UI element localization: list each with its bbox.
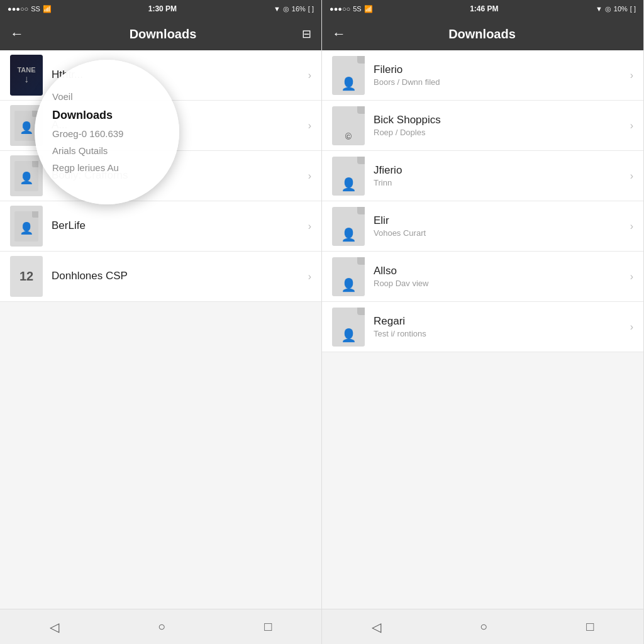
right-item-3-thumb: 👤: [332, 157, 365, 196]
left-wifi-icon: 📶: [43, 5, 52, 13]
right-item-4-person-icon: 👤: [341, 227, 357, 242]
right-recents-button[interactable]: □: [574, 614, 606, 639]
right-back-button[interactable]: ←: [332, 26, 346, 42]
right-list-item-2[interactable]: © Bick Shoppics Roep / Doples ›: [322, 101, 643, 151]
right-nav-title: Downloads: [448, 27, 516, 42]
right-item-3-text: Jfierio Trinn: [374, 164, 625, 187]
left-item-2-person-icon: 👤: [19, 121, 33, 135]
right-item-4-thumb: 👤: [332, 207, 365, 246]
right-item-3-person-icon: 👤: [341, 177, 357, 192]
left-tooltip-bubble: Voeil Downloads Groeg-0 160.639 Arials Q…: [35, 60, 179, 204]
left-location-icon: ◎: [283, 5, 289, 13]
right-status-right: ▼ ◎ 10% [ ]: [596, 5, 636, 13]
left-item-4-doc: 👤: [14, 211, 38, 242]
left-carrier: SS: [31, 5, 40, 13]
right-list-item-5[interactable]: 👤 Allso Roop Dav view ›: [322, 252, 643, 302]
left-item-4-chevron: ›: [308, 221, 311, 232]
left-item-3-chevron: ›: [308, 170, 311, 182]
right-list-item-6[interactable]: 👤 Regari Test i/ rontions ›: [322, 302, 643, 352]
left-status-right: ▼ ◎ 16% [ ]: [274, 5, 314, 13]
right-item-2-subtitle: Roep / Doples: [374, 128, 625, 137]
right-item-5-text: Allso Roop Dav view: [374, 265, 625, 288]
right-item-6-subtitle: Test i/ rontions: [374, 329, 625, 338]
right-item-6-title: Regari: [374, 315, 625, 328]
right-location-icon: ◎: [605, 5, 611, 13]
right-list-item-1[interactable]: 👤 Filerio Boors / Dwnn filed ›: [322, 50, 643, 101]
left-item-3-doc: 👤: [14, 161, 38, 191]
left-phone-panel: ●●●○○ SS 📶 1:30 PM ▼ ◎ 16% [ ] ← Downloa…: [0, 0, 322, 644]
left-item-1-thumb: TANE↓: [10, 55, 43, 96]
right-carrier: 5S: [353, 5, 361, 13]
left-battery-icon: [ ]: [308, 5, 314, 13]
left-list-item-5[interactable]: 12 Donhlones CSP ›: [0, 252, 321, 302]
right-list-item-4[interactable]: 👤 Elir Vohoes Curart ›: [322, 201, 643, 252]
right-item-5-thumb: 👤: [332, 257, 365, 296]
left-nav-bar: ← Downloads ⊟: [0, 18, 321, 50]
left-item-4-thumb: 👤: [10, 206, 43, 247]
right-signal: ●●●○○: [330, 5, 350, 13]
left-signal: ●●●○○: [8, 5, 28, 13]
left-back-nav-button[interactable]: ◁: [37, 614, 72, 640]
tooltip-item-4[interactable]: Arials Qutails: [52, 142, 108, 159]
tooltip-item-5[interactable]: Regp leriues Au: [52, 159, 119, 176]
right-back-nav-button[interactable]: ◁: [359, 614, 394, 640]
left-list-item-4[interactable]: 👤 BerLife ›: [0, 201, 321, 252]
right-item-4-chevron: ›: [630, 221, 633, 232]
right-item-1-thumb: 👤: [332, 56, 365, 95]
right-bottom-bar: ◁ ○ □: [322, 609, 643, 644]
right-phone-panel: ●●●○○ 5S 📶 1:46 PM ▼ ◎ 10% [ ] ← Downloa…: [322, 0, 644, 644]
left-item-4-person-icon: 👤: [19, 221, 33, 235]
left-item-4-text: BerLife: [52, 219, 303, 233]
left-recents-button[interactable]: □: [252, 614, 284, 639]
tooltip-item-3[interactable]: Groeg-0 160.639: [52, 125, 123, 142]
right-signal-icon: ▼: [596, 5, 602, 13]
right-item-5-person-icon: 👤: [341, 277, 357, 292]
right-list-item-3[interactable]: 👤 Jfierio Trinn ›: [322, 151, 643, 201]
tooltip-item-1[interactable]: Voeil: [52, 88, 73, 105]
right-item-4-title: Elir: [374, 214, 625, 227]
right-item-5-chevron: ›: [630, 271, 633, 282]
right-item-2-c-icon: ©: [345, 131, 352, 142]
left-bottom-bar: ◁ ○ □: [0, 609, 321, 644]
left-back-button[interactable]: ←: [10, 26, 24, 42]
right-time: 1:46 PM: [470, 4, 498, 13]
right-wifi-icon: 📶: [364, 5, 373, 13]
right-item-3-chevron: ›: [630, 170, 633, 182]
left-item-5-title: Donhlones CSP: [52, 270, 303, 282]
left-item-5-chevron: ›: [308, 271, 311, 282]
left-time: 1:30 PM: [148, 4, 177, 13]
left-item-3-person-icon: 👤: [19, 171, 33, 185]
left-status-left: ●●●○○ SS 📶: [8, 5, 52, 13]
right-status-left: ●●●○○ 5S 📶: [330, 5, 373, 13]
tooltip-item-2-active[interactable]: Downloads: [52, 105, 113, 125]
right-item-1-chevron: ›: [630, 70, 633, 81]
right-status-bar: ●●●○○ 5S 📶 1:46 PM ▼ ◎ 10% [ ]: [322, 0, 643, 18]
right-item-1-person-icon: 👤: [341, 76, 357, 91]
right-item-4-text: Elir Vohoes Curart: [374, 214, 625, 238]
right-battery-icon: [ ]: [630, 5, 636, 13]
right-item-3-subtitle: Trinn: [374, 178, 625, 187]
right-item-6-text: Regari Test i/ rontions: [374, 315, 625, 338]
left-nav-title: Downloads: [130, 27, 197, 42]
left-item-5-num: 12: [19, 269, 33, 284]
left-home-button[interactable]: ○: [145, 614, 178, 639]
right-item-5-subtitle: Roop Dav view: [374, 279, 625, 288]
right-item-2-chevron: ›: [630, 120, 633, 131]
right-item-2-text: Bick Shoppics Roep / Doples: [374, 114, 625, 137]
left-item-1-chevron: ›: [308, 70, 311, 81]
right-nav-bar: ← Downloads: [322, 18, 643, 50]
right-list: 👤 Filerio Boors / Dwnn filed › © Bick Sh…: [322, 50, 643, 609]
left-battery: 16%: [292, 5, 306, 13]
left-status-bar: ●●●○○ SS 📶 1:30 PM ▼ ◎ 16% [ ]: [0, 0, 321, 18]
right-item-5-title: Allso: [374, 265, 625, 277]
right-battery: 10%: [614, 5, 628, 13]
right-home-button[interactable]: ○: [467, 614, 500, 639]
left-nav-icon[interactable]: ⊟: [302, 27, 311, 41]
right-item-1-text: Filerio Boors / Dwnn filed: [374, 64, 625, 87]
right-item-6-person-icon: 👤: [341, 328, 357, 343]
right-item-1-subtitle: Boors / Dwnn filed: [374, 77, 625, 87]
right-item-4-subtitle: Vohoes Curart: [374, 228, 625, 238]
right-item-3-title: Jfierio: [374, 164, 625, 177]
left-item-5-text: Donhlones CSP: [52, 270, 303, 284]
left-item-4-title: BerLife: [52, 219, 303, 232]
